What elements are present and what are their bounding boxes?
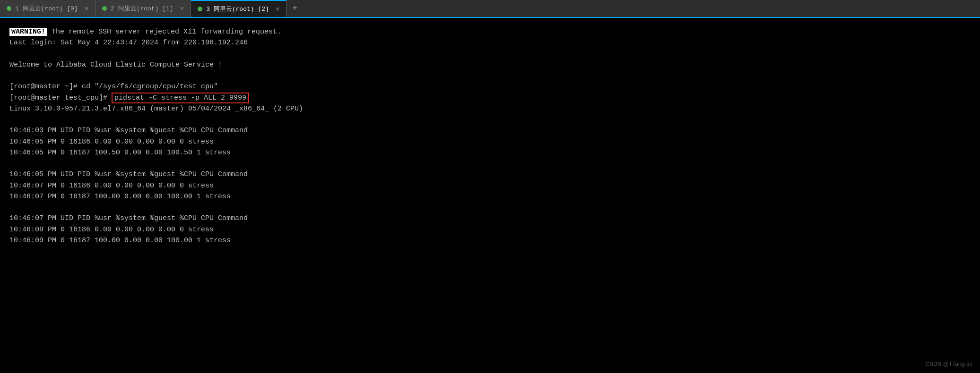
table3-header: 10:46:07 PM UID PID %usr %system %guest … — [9, 213, 971, 224]
table1-row1: 10:46:05 PM 0 16186 0.00 0.00 0.00 0.00 … — [9, 136, 971, 147]
warning-tag: WARNING! — [9, 28, 47, 36]
table3-row2: 10:46:09 PM 0 16187 100.00 0.00 0.00 100… — [9, 235, 971, 246]
tab-1[interactable]: 1 阿里云(root) [0] ✕ — [0, 0, 95, 17]
table1-blank — [9, 158, 971, 169]
tab-1-close[interactable]: ✕ — [85, 5, 88, 12]
table2-blank — [9, 202, 971, 213]
warning-text: The remote SSH server rejected X11 forwa… — [47, 28, 281, 36]
tab-3[interactable]: 3 阿里云(root) [2] ✕ — [191, 0, 286, 17]
terminal-line-cd: [root@master ~]# cd "/sys/fs/cgroup/cpu/… — [9, 81, 971, 92]
tab-2-label: 2 阿里云(root) [1] — [111, 4, 173, 13]
terminal-line-warning: WARNING! The remote SSH server rejected … — [9, 26, 971, 37]
watermark: CSDN @TTang-so — [925, 361, 972, 367]
table1-row2: 10:46:05 PM 0 16187 100.50 0.00 0.00 100… — [9, 147, 971, 158]
terminal-line-cmd: [root@master test_cpu]# pidstat -C stres… — [9, 93, 971, 103]
terminal-line-lastlogin: Last login: Sat May 4 22:43:47 2024 from… — [9, 37, 971, 48]
tab-bar: 1 阿里云(root) [0] ✕ 2 阿里云(root) [1] ✕ 3 阿里… — [0, 0, 980, 18]
terminal-area[interactable]: WARNING! The remote SSH server rejected … — [0, 18, 980, 373]
new-tab-button[interactable]: + — [286, 0, 303, 17]
tab-3-label: 3 阿里云(root) [2] — [206, 5, 269, 13]
terminal-line-linux: Linux 3.10.0-957.21.3.el7.x86_64 (master… — [9, 103, 971, 114]
tab-3-dot — [198, 7, 202, 11]
terminal-line-blank2 — [9, 70, 971, 81]
table1-header: 10:46:03 PM UID PID %usr %system %guest … — [9, 125, 971, 136]
tab-2[interactable]: 2 阿里云(root) [1] ✕ — [95, 0, 191, 17]
terminal-command-highlighted: pidstat -C stress -p ALL 2 9999 — [112, 93, 249, 103]
table3-row1: 10:46:09 PM 0 16186 0.00 0.00 0.00 0.00 … — [9, 224, 971, 235]
terminal-line-blank3 — [9, 114, 971, 125]
tab-1-label: 1 阿里云(root) [0] — [15, 4, 78, 13]
tab-1-dot — [7, 6, 11, 11]
table2-row2: 10:46:07 PM 0 16187 100.00 0.00 0.00 100… — [9, 191, 971, 202]
table2-header: 10:46:05 PM UID PID %usr %system %guest … — [9, 169, 971, 180]
tab-2-dot — [102, 6, 107, 11]
table2-row1: 10:46:07 PM 0 16186 0.00 0.00 0.00 0.00 … — [9, 180, 971, 191]
terminal-prompt: [root@master test_cpu]# — [9, 94, 112, 102]
terminal-line-welcome: Welcome to Alibaba Cloud Elastic Compute… — [9, 59, 971, 70]
tab-3-close[interactable]: ✕ — [276, 6, 279, 12]
terminal-line-blank1 — [9, 49, 971, 59]
tab-2-close[interactable]: ✕ — [180, 5, 184, 12]
